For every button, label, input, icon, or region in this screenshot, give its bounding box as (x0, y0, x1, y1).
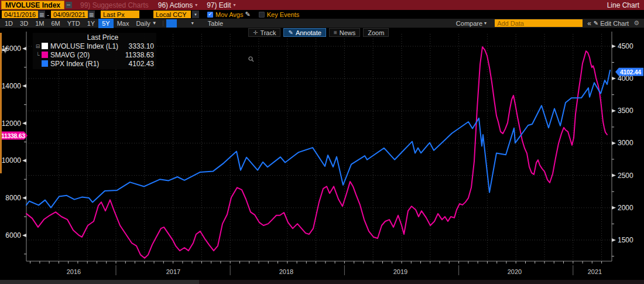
right-axis-tick (612, 141, 616, 145)
zoom-button[interactable]: Zoom (363, 28, 389, 37)
caret-down-icon: ▾ (484, 20, 487, 26)
range-button-ytd[interactable]: YTD (64, 19, 84, 28)
left-axis-tick (22, 234, 26, 237)
legend-row[interactable]: SPX Index (R1) 4102.43 (34, 59, 154, 68)
left-axis-tick (22, 47, 26, 50)
frequency-select[interactable]: Daily ▼ (132, 19, 160, 28)
edit-chart-button[interactable]: ✎ Edit Chart (590, 19, 632, 28)
tree-expander-icon: └ (34, 52, 42, 58)
series-value: 11338.63 (90, 51, 154, 59)
left-axis-label: 16000 (2, 45, 22, 53)
date-separator: - (47, 11, 49, 18)
left-axis-label: 8000 (5, 194, 21, 202)
chart-toolbar: 1D3D1M6MYTD1Y5YMax Daily ▼ ▾ Table (0, 19, 644, 28)
crosshair-icon: ✛ (253, 29, 258, 36)
key-events-checkbox[interactable]: ✓ (259, 12, 265, 18)
series-swatch (42, 52, 48, 58)
right-axis-label: 2000 (618, 204, 633, 212)
edit-chart-label: Edit Chart (600, 20, 629, 27)
add-data-input[interactable]: Add Data (495, 19, 583, 27)
series-swatch (42, 43, 48, 49)
range-button-5y[interactable]: 5Y (98, 19, 113, 28)
date-from-field[interactable]: 04/11/2016 (2, 11, 38, 18)
panel-edge-indicator (0, 33, 2, 173)
range-button-1y[interactable]: 1Y (84, 19, 98, 28)
left-axis-tick (22, 196, 26, 200)
left-axis-label: 6000 (5, 231, 21, 239)
right-axis-label: 4500 (618, 42, 633, 50)
frequency-label: Daily (136, 20, 150, 27)
news-lines-icon: ≡ (334, 29, 337, 36)
pencil-icon: ✎ (594, 20, 598, 26)
year-label: 2020 (508, 268, 522, 275)
mov-avgs-checkbox[interactable]: ✓ (207, 12, 213, 18)
chart-type-dropdown[interactable]: ▾ (189, 19, 196, 28)
edit-label: 97) Edit (207, 1, 231, 9)
minimize-icon[interactable] (66, 2, 72, 8)
right-axis-tick (612, 45, 616, 48)
annotate-button[interactable]: ✎ Annotate (283, 28, 326, 37)
year-label: 2018 (279, 268, 293, 275)
bottom-panel-strip (0, 280, 644, 284)
right-axis-tick (612, 174, 616, 177)
mov-avgs-label: Mov Avgs (215, 11, 244, 18)
security-field[interactable]: MVOLUSE Index (1, 1, 64, 9)
actions-menu[interactable]: 96) Actions ▾ (158, 1, 197, 9)
range-button-1d[interactable]: 1D (1, 19, 16, 28)
suggested-charts-button[interactable]: 99) Suggested Charts (80, 1, 149, 9)
gear-icon[interactable]: ⚙ (633, 19, 639, 27)
left-axis-tick (22, 84, 26, 88)
date-to-field[interactable]: 04/09/2021 (51, 11, 88, 18)
range-button-max[interactable]: Max (114, 19, 133, 28)
right-axis-label: 3000 (618, 139, 633, 147)
news-button[interactable]: ≡ News (329, 28, 360, 37)
right-axis-label: 1500 (618, 236, 633, 244)
legend-title: Last Price (34, 33, 154, 42)
calendar-icon[interactable]: ▦ (88, 11, 95, 18)
left-last-price-text: 11338.63 (1, 132, 25, 139)
right-axis-tick (612, 238, 616, 242)
key-events-label: Key Events (267, 11, 300, 18)
compare-label: Compare (456, 20, 482, 27)
actions-label: 96) Actions (158, 1, 193, 9)
legend-row[interactable]: └ SMAVG (20) 11338.63 (34, 50, 154, 59)
series-value: 3333.10 (118, 42, 154, 50)
pencil-icon[interactable]: ✎ (245, 11, 250, 18)
currency-dropdown-icon[interactable]: ▾ (192, 11, 199, 18)
table-button[interactable]: Table (204, 19, 227, 28)
caret-down-icon: ▾ (234, 3, 236, 8)
caret-down-icon: ▾ (195, 3, 197, 8)
range-button-6m[interactable]: 6M (47, 19, 63, 28)
edit-menu[interactable]: 97) Edit ▾ (207, 1, 235, 9)
line-chart-type-button[interactable] (166, 19, 177, 28)
news-label: News (340, 29, 356, 36)
caret-down-icon: ▾ (191, 20, 194, 26)
zoom-label: Zoom (368, 29, 384, 36)
right-axis-label: 3500 (618, 107, 633, 115)
compare-button[interactable]: Compare ▾ (453, 19, 490, 28)
right-last-price-text: 4102.44 (620, 69, 641, 76)
range-button-3d[interactable]: 3D (16, 19, 32, 28)
left-axis-label: 14000 (2, 82, 22, 90)
right-axis-tick (612, 206, 616, 210)
function-titlebar: MVOLUSE Index 99) Suggested Charts 96) A… (0, 0, 644, 10)
chart-legend: Last Price ⊟ MVOLUSE Index (L1) 3333.10└… (33, 33, 156, 69)
currency-select[interactable]: Local CCY (153, 11, 191, 18)
magnifier-icon (248, 56, 254, 62)
right-axis-tick (612, 109, 616, 112)
candle-chart-type-button[interactable] (178, 19, 189, 28)
calendar-icon[interactable]: ▦ (38, 11, 45, 18)
price-field-select[interactable]: Last Px (101, 11, 139, 18)
legend-row[interactable]: ⊟ MVOLUSE Index (L1) 3333.10 (34, 42, 154, 50)
right-axis-tick (612, 77, 616, 80)
caret-down-icon: ▼ (152, 20, 157, 26)
table-label: Table (208, 20, 223, 27)
series-name: SMAVG (20) (50, 51, 90, 59)
track-button[interactable]: ✛ Track (248, 28, 280, 37)
year-label: 2021 (588, 268, 602, 275)
left-axis-label: 12000 (2, 119, 22, 128)
right-axis-label: 2500 (618, 172, 633, 180)
annotate-label: Annotate (296, 29, 321, 36)
series-name: MVOLUSE Index (L1) (50, 42, 118, 50)
range-button-1m[interactable]: 1M (32, 19, 47, 28)
